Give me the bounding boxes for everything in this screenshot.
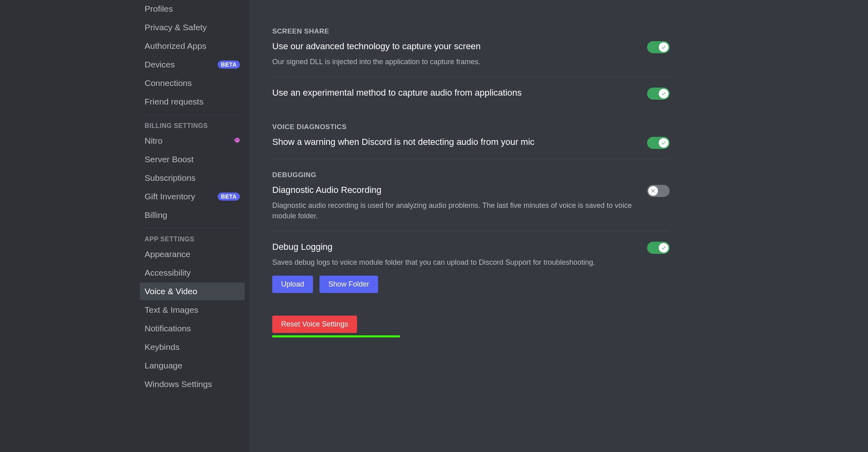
setting-text: Use an experimental method to capture au… — [272, 87, 637, 99]
sidebar-item-label: Voice & Video — [145, 286, 197, 297]
setting-title: Use our advanced technology to capture y… — [272, 40, 637, 52]
setting-desc: Diagnostic audio recording is used for a… — [272, 200, 637, 221]
setting-text: Debug Logging Saves debug logs to voice … — [272, 241, 637, 268]
toggle-knob — [648, 186, 658, 196]
x-icon — [650, 188, 656, 194]
sidebar-item-label: Privacy & Safety — [145, 22, 207, 33]
sidebar-item-label: Gift Inventory — [145, 191, 195, 202]
setting-text: Use our advanced technology to capture y… — [272, 40, 637, 67]
debug-buttons: Upload Show Folder — [272, 276, 670, 293]
sidebar-item-label: Authorized Apps — [145, 40, 206, 52]
sidebar-item-connections[interactable]: Connections — [140, 74, 245, 92]
setting-desc: Our signed DLL is injected into the appl… — [272, 56, 637, 67]
toggle-advanced-capture[interactable] — [647, 41, 670, 53]
sidebar-item-label: Language — [145, 360, 182, 371]
sidebar-item-keybinds[interactable]: Keybinds — [140, 338, 245, 356]
sidebar: Profiles Privacy & Safety Authorized App… — [128, 0, 250, 452]
section-header-debugging: Debugging — [272, 171, 670, 179]
setting-mic-warning: Show a warning when Discord is not detec… — [272, 136, 670, 149]
toggle-experimental-audio[interactable] — [647, 88, 670, 100]
sidebar-item-label: Notifications — [145, 323, 191, 334]
beta-badge: BETA — [218, 193, 240, 201]
setting-divider — [272, 77, 670, 77]
sidebar-item-label: Nitro — [145, 135, 162, 146]
sidebar-item-server-boost[interactable]: Server Boost — [140, 151, 245, 168]
sidebar-item-gift-inventory[interactable]: Gift Inventory BETA — [140, 188, 245, 205]
setting-experimental-audio: Use an experimental method to capture au… — [272, 87, 670, 100]
sidebar-divider — [145, 228, 240, 228]
sidebar-section-app: App Settings — [140, 232, 245, 245]
sidebar-item-label: Windows Settings — [145, 379, 212, 390]
sidebar-item-profiles[interactable]: Profiles — [140, 0, 245, 18]
check-icon — [661, 44, 666, 50]
sidebar-container: Profiles Privacy & Safety Authorized App… — [0, 0, 250, 452]
toggle-knob — [659, 138, 668, 148]
sidebar-item-label: Text & Images — [145, 304, 198, 316]
setting-title: Debug Logging — [272, 241, 637, 253]
sidebar-item-windows-settings[interactable]: Windows Settings — [140, 375, 245, 393]
toggle-mic-warning[interactable] — [647, 137, 670, 149]
sidebar-section-billing: Billing Settings — [140, 119, 245, 132]
toggle-knob — [659, 243, 668, 253]
section-header-screen-share: Screen Share — [272, 27, 670, 36]
setting-debug-logging: Debug Logging Saves debug logs to voice … — [272, 241, 670, 268]
sidebar-item-notifications[interactable]: Notifications — [140, 320, 245, 337]
setting-text: Diagnostic Audio Recording Diagnostic au… — [272, 184, 637, 221]
sidebar-item-friend-requests[interactable]: Friend requests — [140, 93, 245, 111]
sidebar-divider — [145, 115, 240, 115]
sidebar-item-label: Friend requests — [145, 96, 204, 107]
sidebar-item-label: Billing — [145, 209, 167, 221]
sidebar-item-billing[interactable]: Billing — [140, 206, 245, 224]
check-icon — [661, 245, 666, 251]
setting-divider — [272, 159, 670, 159]
setting-diagnostic-recording: Diagnostic Audio Recording Diagnostic au… — [272, 184, 670, 221]
sidebar-item-authorized-apps[interactable]: Authorized Apps — [140, 37, 245, 55]
sidebar-item-accessibility[interactable]: Accessibility — [140, 264, 245, 282]
check-icon — [661, 91, 666, 96]
sidebar-item-label: Accessibility — [145, 267, 191, 278]
sidebar-item-subscriptions[interactable]: Subscriptions — [140, 169, 245, 187]
sidebar-item-language[interactable]: Language — [140, 357, 245, 375]
toggle-debug-logging[interactable] — [647, 242, 670, 254]
reset-voice-settings-button[interactable]: Reset Voice Settings — [272, 316, 357, 333]
setting-title: Diagnostic Audio Recording — [272, 184, 637, 196]
sidebar-item-label: Appearance — [145, 249, 190, 260]
sidebar-item-label: Subscriptions — [145, 172, 195, 184]
toggle-knob — [659, 89, 668, 98]
setting-title: Use an experimental method to capture au… — [272, 87, 637, 99]
sidebar-item-label: Server Boost — [145, 154, 193, 165]
setting-text: Show a warning when Discord is not detec… — [272, 136, 637, 148]
sidebar-item-label: Keybinds — [145, 341, 179, 353]
upload-button[interactable]: Upload — [272, 276, 313, 293]
sidebar-item-privacy-safety[interactable]: Privacy & Safety — [140, 19, 245, 36]
content-inner: Screen Share Use our advanced technology… — [272, 0, 670, 452]
reset-highlight: Reset Voice Settings — [272, 316, 400, 337]
sidebar-item-label: Profiles — [145, 3, 173, 15]
sidebar-item-nitro[interactable]: Nitro — [140, 132, 245, 150]
setting-title: Show a warning when Discord is not detec… — [272, 136, 637, 148]
content-area: Screen Share Use our advanced technology… — [250, 0, 868, 452]
toggle-diagnostic-recording[interactable] — [647, 185, 670, 197]
section-header-voice-diagnostics: Voice Diagnostics — [272, 123, 670, 131]
sidebar-item-label: Devices — [145, 59, 175, 70]
setting-divider — [272, 231, 670, 231]
setting-advanced-capture: Use our advanced technology to capture y… — [272, 40, 670, 67]
beta-badge: BETA — [218, 61, 240, 69]
setting-desc: Saves debug logs to voice module folder … — [272, 257, 637, 268]
sidebar-item-appearance[interactable]: Appearance — [140, 245, 245, 263]
toggle-knob — [659, 42, 668, 52]
sidebar-item-text-images[interactable]: Text & Images — [140, 301, 245, 319]
show-folder-button[interactable]: Show Folder — [319, 276, 378, 293]
sidebar-item-label: Connections — [145, 77, 192, 89]
sidebar-item-devices[interactable]: Devices BETA — [140, 56, 245, 73]
nitro-icon — [233, 135, 240, 146]
check-icon — [661, 140, 666, 146]
sidebar-item-voice-video[interactable]: Voice & Video — [140, 282, 245, 300]
